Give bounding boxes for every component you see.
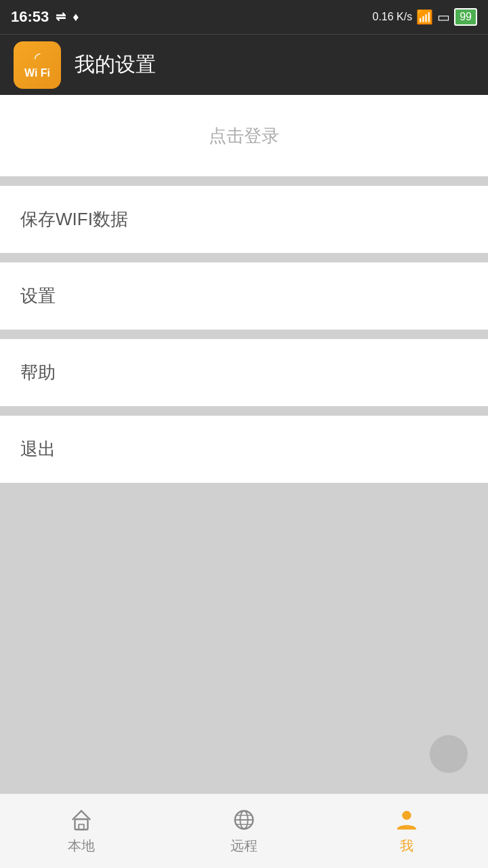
nav-label-me: 我 [400,837,413,855]
nav-item-local[interactable]: 本地 [0,794,163,868]
login-text[interactable]: 点击登录 [209,124,279,148]
page-title: 我的设置 [75,51,156,79]
signal-icon: ▭ [437,9,450,25]
nav-item-me[interactable]: 我 [325,794,488,868]
person-icon: ♦ [73,10,79,24]
wifi-text: Wi Fi [24,67,50,79]
time-display: 16:53 [11,8,49,26]
status-icons: 0.16 K/s 📶 ▭ 99 [373,8,478,26]
main-content: 点击登录 保存WIFI数据 设置 帮助 退出 [0,95,488,793]
wifi-arc-icon: ◜ [35,51,41,66]
nav-label-remote: 远程 [230,837,258,855]
battery-indicator: 99 [454,8,477,26]
divider-4 [0,406,488,416]
status-time: 16:53 ⇌ ♦ [11,8,79,26]
menu-item-logout[interactable]: 退出 [0,416,488,483]
menu-item-help[interactable]: 帮助 [0,339,488,406]
nav-item-remote[interactable]: 远程 [163,794,325,868]
app-header: ◜ Wi Fi 我的设置 [0,34,488,95]
divider-2 [0,253,488,262]
floating-button[interactable] [430,735,468,773]
gray-area [0,483,488,793]
battery-level: 99 [460,11,472,22]
network-speed: 0.16 K/s [373,11,413,23]
divider-3 [0,330,488,339]
status-bar: 16:53 ⇌ ♦ 0.16 K/s 📶 ▭ 99 [0,0,488,34]
usb-icon: ⇌ [56,9,66,24]
person-icon [394,807,420,833]
menu-item-settings[interactable]: 设置 [0,262,488,330]
app-icon: ◜ Wi Fi [14,41,61,89]
divider-1 [0,176,488,186]
svg-point-7 [402,811,411,820]
bottom-navigation: 本地 远程 我 [0,793,488,868]
globe-icon [231,807,257,833]
wifi-status-icon: 📶 [416,9,433,25]
login-section[interactable]: 点击登录 [0,95,488,176]
home-icon [68,807,94,833]
menu-item-save-wifi[interactable]: 保存WIFI数据 [0,186,488,253]
nav-label-local: 本地 [68,837,95,855]
